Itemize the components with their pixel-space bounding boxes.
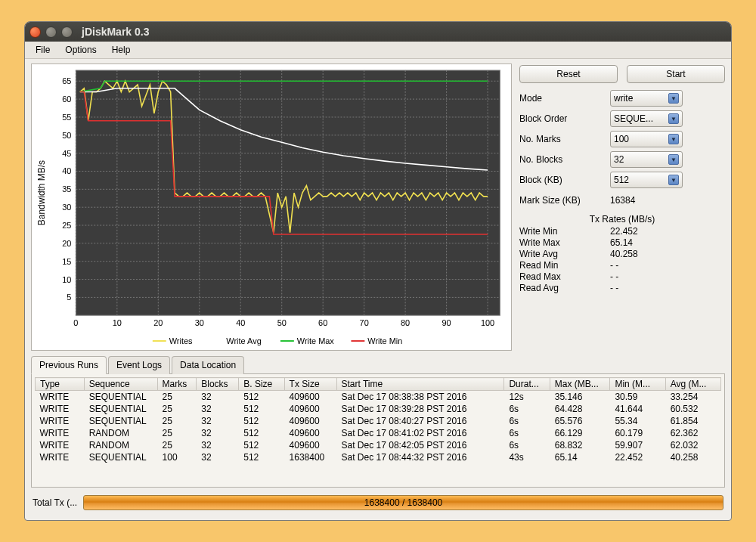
blockkb-select[interactable]: 512 ▼ [610,172,683,188]
readmax-label: Read Max [519,271,610,282]
writemax-value: 65.14 [610,237,633,248]
writeavg-label: Write Avg [519,249,610,259]
start-button[interactable]: Start [627,65,725,83]
table-row[interactable]: WRITERANDOM2532512409600Sat Dec 17 08:41… [36,427,721,439]
tx-rates-header: Tx Rates (MB/s) [519,214,725,225]
blockorder-label: Block Order [519,113,610,124]
menubar: File Options Help [25,42,731,59]
tab-event-logs[interactable]: Event Logs [108,356,170,374]
svg-text:20: 20 [62,239,71,248]
readmin-label: Read Min [519,260,610,271]
marksize-value: 16384 [610,195,725,206]
svg-text:30: 30 [62,203,71,212]
svg-text:100: 100 [481,318,494,327]
readmin-value: - - [610,260,618,271]
readmax-value: - - [610,271,618,282]
svg-text:80: 80 [401,318,410,327]
blockkb-label: Block (KB) [519,175,610,185]
app-window: jDiskMark 0.3 File Options Help 01020304… [24,21,732,521]
svg-text:60: 60 [318,318,327,327]
menu-options[interactable]: Options [59,43,102,57]
side-panel: Reset Start Mode write ▼ Block Order SEQ… [519,63,725,351]
svg-text:20: 20 [153,318,163,327]
column-header[interactable]: B. Size [239,378,284,391]
noblocks-label: No. Blocks [519,154,610,165]
titlebar: jDiskMark 0.3 [25,22,731,42]
minimize-icon[interactable] [45,26,57,38]
svg-text:15: 15 [62,257,71,266]
runs-table: TypeSequenceMarksBlocksB. SizeTx SizeSta… [31,374,725,488]
column-header[interactable]: Start Time [336,378,504,391]
marksize-label: Mark Size (KB) [519,195,610,206]
svg-text:Writes: Writes [169,336,193,345]
table-row[interactable]: WRITESEQUENTIAL2532512409600Sat Dec 17 0… [36,415,721,427]
progress-text: 1638400 / 1638400 [364,497,442,508]
svg-text:90: 90 [442,318,451,327]
svg-text:Write Min: Write Min [367,336,402,345]
svg-text:50: 50 [277,318,287,327]
progress-label: Total Tx (... [33,497,77,508]
table-row[interactable]: WRITESEQUENTIAL100325121638400Sat Dec 17… [36,451,721,463]
tabs: Previous Runs Event Logs Data Location [31,355,725,374]
table-row[interactable]: WRITESEQUENTIAL2532512409600Sat Dec 17 0… [36,403,721,415]
svg-text:10: 10 [113,318,122,327]
table-row[interactable]: WRITERANDOM2532512409600Sat Dec 17 08:42… [36,439,721,451]
writemin-value: 22.452 [610,226,638,237]
column-header[interactable]: Sequence [84,378,157,391]
menu-file[interactable]: File [29,43,56,57]
chart: 0102030405060708090100510152025303540455… [31,63,512,351]
svg-text:5: 5 [67,293,71,302]
mode-select[interactable]: write ▼ [610,90,683,107]
column-header[interactable]: Marks [157,378,197,391]
chevron-down-icon: ▼ [668,154,679,165]
chevron-down-icon: ▼ [668,175,679,185]
mode-label: Mode [519,93,610,104]
svg-text:Write Avg: Write Avg [226,336,261,345]
readavg-label: Read Avg [519,283,610,293]
writemin-label: Write Min [519,226,610,237]
nomarks-select[interactable]: 100 ▼ [610,131,683,147]
svg-text:65: 65 [62,76,71,85]
writeavg-value: 40.258 [610,249,638,259]
svg-text:30: 30 [195,318,204,327]
svg-text:40: 40 [62,166,71,175]
svg-text:45: 45 [62,149,71,158]
close-icon[interactable] [29,26,41,38]
svg-text:Write Max: Write Max [297,336,335,345]
column-header[interactable]: Avg (M... [665,378,720,391]
nomarks-label: No. Marks [519,134,610,144]
column-header[interactable]: Tx Size [284,378,336,391]
svg-text:35: 35 [62,184,71,194]
blockorder-select[interactable]: SEQUE... ▼ [610,110,683,127]
svg-text:50: 50 [62,131,71,140]
readavg-value: - - [610,283,618,293]
svg-rect-0 [76,70,500,315]
column-header[interactable]: Durat... [504,378,550,391]
svg-text:40: 40 [236,318,245,327]
svg-text:70: 70 [360,318,369,327]
svg-text:0: 0 [73,318,78,327]
tab-previous-runs[interactable]: Previous Runs [31,356,107,374]
column-header[interactable]: Type [36,378,85,391]
reset-button[interactable]: Reset [519,65,618,83]
svg-text:60: 60 [62,94,71,104]
window-title: jDiskMark 0.3 [82,26,150,38]
column-header[interactable]: Blocks [197,378,239,391]
column-header[interactable]: Max (MB... [550,378,610,391]
column-header[interactable]: Min (M... [610,378,665,391]
tab-data-location[interactable]: Data Location [172,356,244,374]
progress-bar: 1638400 / 1638400 [83,495,723,510]
svg-text:10: 10 [62,275,71,284]
menu-help[interactable]: Help [106,43,137,57]
writemax-label: Write Max [519,237,610,248]
noblocks-select[interactable]: 32 ▼ [610,151,683,168]
chevron-down-icon: ▼ [668,134,679,144]
chevron-down-icon: ▼ [668,93,679,104]
svg-text:Bandwidth MB/s: Bandwidth MB/s [36,160,47,225]
table-row[interactable]: WRITESEQUENTIAL2532512409600Sat Dec 17 0… [36,391,721,404]
svg-text:55: 55 [62,113,71,122]
svg-text:25: 25 [62,221,71,230]
maximize-icon[interactable] [61,26,73,38]
chevron-down-icon: ▼ [668,113,679,124]
